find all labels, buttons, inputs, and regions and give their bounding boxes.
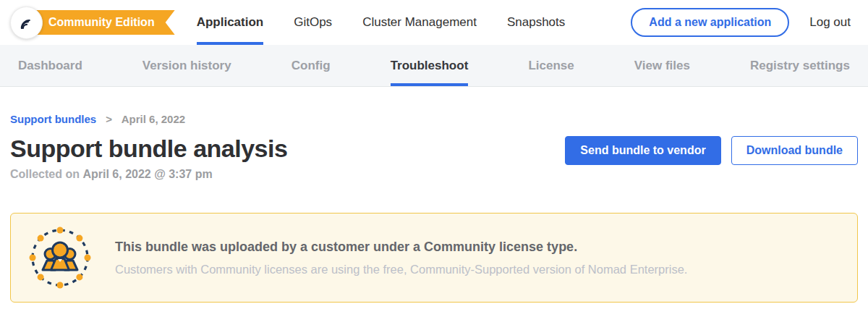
breadcrumb-support-bundles-link[interactable]: Support bundles: [10, 113, 96, 125]
breadcrumb-separator: >: [106, 113, 112, 125]
breadcrumb: Support bundles > April 6, 2022: [10, 113, 858, 125]
sub-nav-item-troubleshoot[interactable]: Troubleshoot: [391, 45, 469, 86]
breadcrumb-current: April 6, 2022: [122, 113, 185, 125]
top-nav-item-application[interactable]: Application: [197, 0, 264, 45]
top-nav: Community Edition Application GitOps Clu…: [0, 0, 868, 45]
top-nav-links: Application GitOps Cluster Management Sn…: [197, 0, 596, 45]
add-new-application-button[interactable]: Add a new application: [631, 8, 789, 37]
brand: Community Edition: [10, 0, 175, 45]
top-nav-item-cluster-management[interactable]: Cluster Management: [362, 0, 477, 45]
community-edition-badge: Community Edition: [33, 10, 175, 35]
app-sub-nav: Dashboard Version history Config Trouble…: [0, 45, 868, 87]
logout-link[interactable]: Log out: [809, 15, 851, 30]
sub-nav-item-config[interactable]: Config: [292, 45, 331, 86]
collected-date: April 6, 2022 @ 3:37 pm: [82, 168, 212, 180]
page-title-block: Support bundle analysis Collected on Apr…: [10, 135, 287, 181]
main-content: Support bundles > April 6, 2022 Support …: [0, 113, 868, 303]
collected-timestamp: Collected on April 6, 2022 @ 3:37 pm: [10, 168, 287, 181]
top-nav-right: Add a new application Log out: [631, 0, 851, 45]
banner-subtext: Customers with Community licenses are us…: [115, 263, 687, 276]
sub-nav-item-view-files[interactable]: View files: [634, 45, 690, 86]
community-group-icon: [28, 226, 92, 289]
page-title: Support bundle analysis: [10, 135, 287, 163]
sub-nav-item-dashboard[interactable]: Dashboard: [18, 45, 82, 86]
banner-heading: This bundle was uploaded by a customer u…: [115, 240, 687, 255]
page-header: Support bundle analysis Collected on Apr…: [10, 135, 858, 181]
sub-nav-item-version-history[interactable]: Version history: [142, 45, 231, 86]
replicated-logo[interactable]: [10, 7, 43, 39]
download-bundle-button[interactable]: Download bundle: [731, 136, 858, 165]
banner-text: This bundle was uploaded by a customer u…: [115, 240, 687, 276]
sub-nav-item-registry-settings[interactable]: Registry settings: [750, 45, 850, 86]
sub-nav-item-license[interactable]: License: [528, 45, 574, 86]
send-bundle-to-vendor-button[interactable]: Send bundle to vendor: [565, 136, 720, 165]
collected-prefix: Collected on: [10, 168, 82, 180]
top-nav-item-gitops[interactable]: GitOps: [294, 0, 332, 45]
replicated-logo-icon: [17, 13, 36, 32]
community-license-banner: This bundle was uploaded by a customer u…: [10, 213, 858, 303]
top-nav-item-snapshots[interactable]: Snapshots: [507, 0, 565, 45]
header-buttons: Send bundle to vendor Download bundle: [565, 135, 858, 165]
